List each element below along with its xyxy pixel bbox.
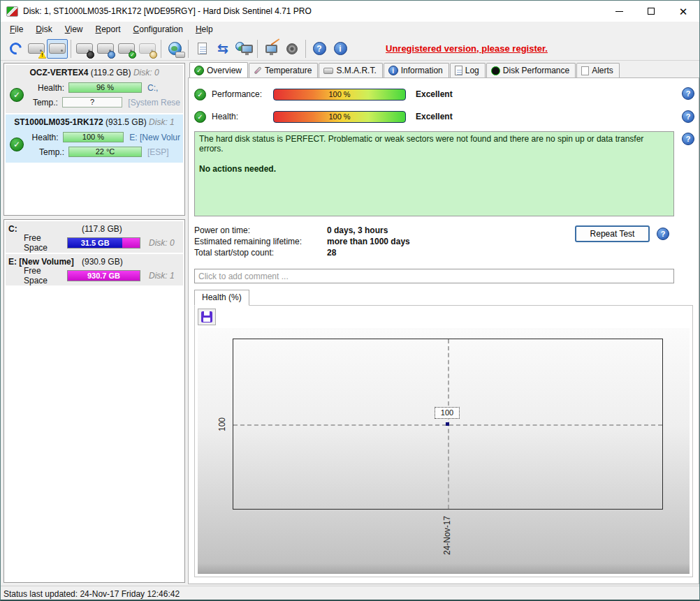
disk-detect-icon[interactable] bbox=[47, 39, 68, 59]
disk-clock-icon[interactable] bbox=[95, 39, 116, 59]
menu-view[interactable]: View bbox=[59, 23, 89, 36]
save-chart-button[interactable] bbox=[198, 309, 216, 325]
disk-item-1-selected[interactable]: ST1000LM035-1RK172 (931.5 GB) Disk: 1 ✓ … bbox=[6, 114, 183, 163]
app-window: Disk: 1, ST1000LM035-1RK172 [WDE95RGY] -… bbox=[0, 0, 700, 601]
health-chart-section: Health (%) 100 24-Nov-17 100 bbox=[194, 289, 693, 577]
smart-tab-icon bbox=[323, 68, 333, 74]
comment-input[interactable] bbox=[194, 269, 674, 283]
network-disks-icon[interactable] bbox=[164, 39, 185, 59]
temp-bar: ? bbox=[62, 97, 122, 107]
log-tab-icon bbox=[455, 66, 462, 75]
alerts-tab-icon bbox=[581, 66, 589, 75]
partition-item-e[interactable]: E: [New Volume] (930.9 GB) Free Space 93… bbox=[6, 254, 183, 285]
disk-gauge-icon[interactable] bbox=[74, 39, 95, 59]
repeat-test-help-icon[interactable]: ? bbox=[657, 228, 669, 240]
menu-file[interactable]: File bbox=[3, 23, 29, 36]
health-rating: Excellent bbox=[416, 112, 453, 121]
remote-monitor-icon[interactable] bbox=[233, 39, 254, 59]
toolbar: ! ✓ ⇆ ? i Unregistered version, please r… bbox=[1, 37, 699, 61]
tab-bar: ✓ Overview Temperature S.M.A.R.T. i Info… bbox=[188, 62, 699, 77]
save-icon bbox=[201, 311, 212, 322]
health-bar: 100 % bbox=[63, 132, 124, 142]
health-label: Health: bbox=[29, 83, 64, 93]
partition-size: (930.9 GB) bbox=[82, 257, 123, 267]
disk-accept-icon[interactable]: ✓ bbox=[116, 39, 137, 59]
information-tab-icon: i bbox=[388, 66, 398, 75]
temp-label: Temp.: bbox=[29, 98, 58, 107]
chart-data-point bbox=[446, 422, 449, 426]
disk-name: OCZ-VERTEX4 bbox=[29, 68, 88, 77]
free-space-bar: 930.7 GB bbox=[67, 270, 140, 281]
unregistered-link[interactable]: Unregistered version, please register. bbox=[386, 43, 548, 54]
health-chart-tab[interactable]: Health (%) bbox=[194, 290, 249, 306]
menu-disk[interactable]: Disk bbox=[29, 23, 58, 36]
health-help-icon[interactable]: ? bbox=[682, 110, 694, 123]
information-icon[interactable]: i bbox=[330, 39, 351, 59]
disk-volumes-2: [System Rese bbox=[128, 98, 180, 107]
tab-smart[interactable]: S.M.A.R.T. bbox=[319, 63, 382, 77]
maximize-button[interactable] bbox=[635, 1, 667, 22]
partition-name: C: bbox=[8, 224, 82, 234]
tab-information[interactable]: i Information bbox=[384, 63, 449, 77]
chart-point-label: 100 bbox=[435, 407, 460, 419]
health-label: Health: bbox=[29, 133, 59, 142]
minimize-icon bbox=[615, 11, 623, 12]
free-space-label: Free Space bbox=[24, 233, 67, 253]
disk-number: Disk: 1 bbox=[149, 117, 175, 127]
sounds-icon[interactable] bbox=[282, 39, 302, 59]
power-on-time-label: Power on time: bbox=[194, 225, 327, 236]
tab-overview[interactable]: ✓ Overview bbox=[189, 62, 248, 77]
menu-help[interactable]: Help bbox=[189, 23, 219, 36]
chart-y-tick: 100 bbox=[217, 415, 227, 433]
disk-warning-icon[interactable]: ! bbox=[26, 39, 47, 59]
disk-performance-tab-icon bbox=[491, 66, 500, 75]
overview-tab-icon: ✓ bbox=[194, 66, 204, 75]
main-area: ✓ Overview Temperature S.M.A.R.T. i Info… bbox=[188, 61, 699, 586]
temp-label: Temp.: bbox=[29, 147, 64, 157]
partition-disk-number: Disk: 1 bbox=[149, 271, 175, 281]
performance-bar: 100 % bbox=[273, 89, 406, 101]
free-space-label: Free Space bbox=[24, 266, 67, 285]
menu-configuration[interactable]: Configuration bbox=[127, 23, 189, 36]
disk-size: (931.5 GB) bbox=[105, 117, 147, 127]
overview-panel: ✓ Performance: 100 % Excellent ? ✓ Healt… bbox=[188, 77, 699, 584]
health-ok-icon: ✓ bbox=[194, 111, 206, 123]
performance-help-icon[interactable]: ? bbox=[682, 87, 694, 100]
report-icon[interactable] bbox=[191, 39, 212, 59]
status-message: The hard disk status is PERFECT. Problem… bbox=[199, 134, 669, 154]
minimize-button[interactable] bbox=[603, 1, 635, 22]
temp-bar: 22 °C bbox=[68, 147, 142, 157]
partition-disk-number: Disk: 0 bbox=[149, 238, 175, 248]
health-label: Health: bbox=[212, 112, 273, 121]
repeat-test-button[interactable]: Repeat Test bbox=[575, 225, 650, 242]
disk-item-0[interactable]: OCZ-VERTEX4 (119.2 GB) Disk: 0 ✓ Health:… bbox=[6, 65, 183, 113]
disk-ok-icon: ✓ bbox=[10, 138, 24, 151]
status-help-icon[interactable]: ? bbox=[682, 133, 694, 145]
sync-icon[interactable]: ⇆ bbox=[212, 39, 233, 59]
disk-test-icon[interactable] bbox=[261, 39, 282, 59]
remaining-lifetime-value: more than 1000 days bbox=[327, 236, 410, 247]
tab-disk-performance[interactable]: Disk Performance bbox=[486, 63, 576, 77]
health-chart: 100 24-Nov-17 100 bbox=[198, 328, 690, 574]
performance-ok-icon: ✓ bbox=[194, 89, 206, 101]
tab-alerts[interactable]: Alerts bbox=[576, 63, 620, 77]
performance-label: Performance: bbox=[212, 89, 273, 99]
health-row: ✓ Health: 100 % Excellent ? bbox=[194, 109, 693, 124]
performance-rating: Excellent bbox=[416, 89, 453, 99]
status-bar-text: Status last updated: 24-Nov-17 Friday 12… bbox=[3, 589, 180, 599]
help-icon[interactable]: ? bbox=[309, 39, 330, 59]
temperature-tab-icon bbox=[254, 66, 261, 74]
refresh-icon[interactable] bbox=[5, 39, 26, 59]
start-stop-count-value: 28 bbox=[327, 247, 336, 258]
disk-search-icon[interactable] bbox=[137, 39, 158, 59]
partition-item-c[interactable]: C: (117.8 GB) Free Space 31.5 GB Disk: 0 bbox=[6, 221, 183, 253]
disk-volumes: C:, bbox=[147, 83, 158, 93]
close-button[interactable]: ✕ bbox=[667, 1, 699, 22]
partition-list-panel: C: (117.8 GB) Free Space 31.5 GB Disk: 0 bbox=[3, 219, 185, 583]
health-bar: 96 % bbox=[68, 82, 142, 93]
tab-temperature[interactable]: Temperature bbox=[249, 63, 318, 77]
menu-report[interactable]: Report bbox=[89, 23, 127, 36]
disk-name: ST1000LM035-1RK172 bbox=[14, 117, 103, 127]
remaining-lifetime-label: Estimated remaining lifetime: bbox=[194, 236, 327, 247]
tab-log[interactable]: Log bbox=[450, 63, 486, 77]
